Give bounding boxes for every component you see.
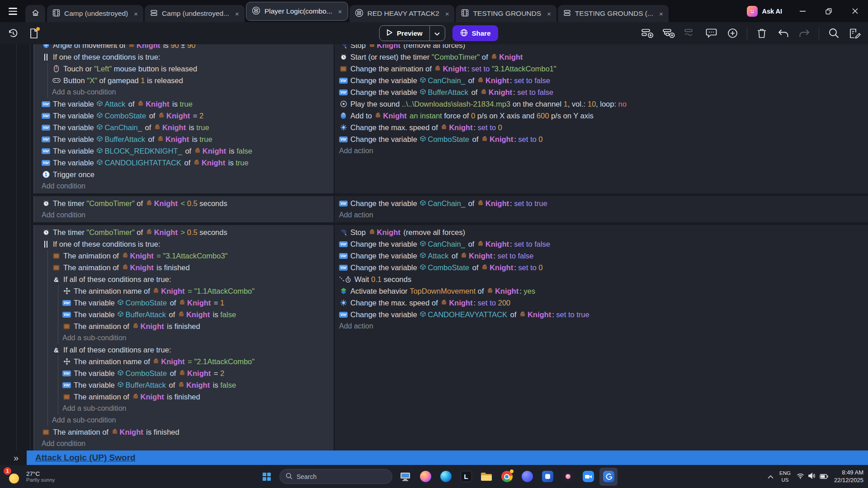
- add-subevent-icon[interactable]: [662, 27, 675, 40]
- event-row[interactable]: VarThe variable BLOCK_REDKNIGHT_ of Knig…: [42, 145, 334, 157]
- add-action-link[interactable]: Add action: [339, 209, 868, 221]
- tab-testing-grounds[interactable]: TESTING GROUNDS×: [456, 5, 556, 22]
- preview-button[interactable]: Preview: [380, 26, 429, 41]
- event-row[interactable]: VarThe variable ComboState of Knight = 1: [62, 297, 334, 309]
- gdevelop-icon[interactable]: [599, 468, 618, 486]
- tab-close-icon[interactable]: ×: [134, 10, 138, 18]
- edge-icon[interactable]: [437, 468, 455, 486]
- event-row[interactable]: VarChange the variable ComboState of Kni…: [339, 133, 868, 145]
- tab-close-icon[interactable]: ×: [235, 10, 239, 18]
- event-block[interactable]: The timer "ComboTimer" of Knight < 0.5 s…: [33, 196, 868, 222]
- fold-arrow-icon[interactable]: »: [14, 453, 19, 463]
- zoom-icon[interactable]: [579, 468, 597, 486]
- event-row[interactable]: Activate behavior TopDownMovement of Kni…: [339, 285, 868, 297]
- minimize-button[interactable]: [789, 0, 816, 22]
- event-row[interactable]: Change the animation of Knight: set to "…: [339, 63, 868, 75]
- event-row[interactable]: The timer "ComboTimer" of Knight < 0.5 s…: [42, 197, 334, 209]
- event-row[interactable]: Add to Knight an instant force of 0 p/s …: [339, 110, 868, 122]
- search-input[interactable]: Search: [279, 469, 392, 484]
- ask-ai-button[interactable]: Ask AI: [747, 0, 782, 22]
- event-row[interactable]: The animation of Knight is finished: [52, 262, 334, 273]
- tab-testing-grounds-[interactable]: TESTING GROUNDS (...×: [558, 5, 669, 22]
- tab-camp-undestroyed-[interactable]: Camp (undestroyed)×: [47, 5, 143, 22]
- weather-widget[interactable]: 1 27°C Partly sunny: [0, 468, 55, 485]
- add-a-sub-condition-link[interactable]: Add a sub-condition: [52, 414, 334, 426]
- tab-close-icon[interactable]: ×: [338, 8, 342, 15]
- event-row[interactable]: Angle of movement of Knight is 90 ± 90: [42, 44, 334, 51]
- comment-icon[interactable]: [704, 27, 718, 40]
- event-row[interactable]: VarThe variable Attack of Knight is true: [42, 98, 334, 110]
- tab-close-icon[interactable]: ×: [547, 10, 551, 18]
- event-row[interactable]: &If all of these conditions are true:: [52, 344, 334, 356]
- add-event-icon[interactable]: [641, 27, 654, 40]
- event-row[interactable]: VarChange the variable BufferAttack of K…: [339, 86, 868, 98]
- home-tab[interactable]: [25, 5, 45, 22]
- start-button[interactable]: [258, 468, 276, 486]
- restore-button[interactable]: [816, 0, 842, 22]
- add-circle-icon[interactable]: [726, 27, 739, 40]
- search-icon[interactable]: [827, 27, 840, 40]
- event-row[interactable]: If one of these conditions is true:: [42, 238, 334, 250]
- language-switcher[interactable]: ENGUS: [779, 470, 791, 483]
- event-row[interactable]: VarThe variable CANDOLIGHTATTACK of Knig…: [42, 157, 334, 169]
- tab-close-icon[interactable]: ×: [659, 10, 663, 18]
- event-row[interactable]: The animation of Knight = "3.1AttackComb…: [52, 250, 334, 262]
- tab-player-logic-combo-[interactable]: Player Logic(combo...×: [246, 2, 348, 21]
- event-row[interactable]: 1Trigger once: [42, 169, 334, 180]
- event-row[interactable]: VarChange the variable CanChain_ of Knig…: [339, 197, 868, 209]
- tab-close-icon[interactable]: ×: [445, 10, 449, 18]
- event-row[interactable]: The animation name of Knight = "2.1Attac…: [62, 356, 334, 367]
- clock[interactable]: 8:49 AM 22/12/2025: [834, 469, 863, 484]
- pc-icon[interactable]: [396, 468, 414, 486]
- event-row[interactable]: Change the max. speed of Knight: set to …: [339, 297, 868, 309]
- event-row[interactable]: The timer "ComboTimer" of Knight > 0.5 s…: [42, 226, 334, 238]
- event-row[interactable]: Change the max. speed of Knight: set to …: [339, 122, 868, 133]
- event-sheet[interactable]: Angle of movement of Knight is 90 ± 90If…: [0, 44, 868, 465]
- event-row[interactable]: &If all of these conditions are true:: [52, 273, 334, 285]
- event-row[interactable]: Touch or "Left" mouse button is released: [52, 63, 334, 75]
- event-row[interactable]: VarChange the variable CanChain_ of Knig…: [339, 238, 868, 250]
- event-row[interactable]: VarThe variable BufferAttack of Knight i…: [62, 309, 334, 320]
- event-row[interactable]: The animation of Knight is finished: [62, 391, 334, 403]
- event-row[interactable]: VarThe variable ComboState of Knight = 2: [62, 367, 334, 379]
- event-row[interactable]: The animation of Knight is finished: [42, 426, 334, 438]
- event-block[interactable]: The timer "ComboTimer" of Knight > 0.5 s…: [33, 225, 868, 451]
- event-row[interactable]: Wait 0.1 seconds: [339, 273, 868, 285]
- event-row[interactable]: VarChange the variable CanChain_ of Knig…: [339, 75, 868, 86]
- hamburger-menu-icon[interactable]: [5, 2, 21, 20]
- add-condition-link[interactable]: Add condition: [42, 180, 334, 192]
- avatar-app-icon[interactable]: [559, 468, 577, 486]
- event-group-bar[interactable]: Attack Logic (UP) Sword: [27, 450, 868, 465]
- event-row[interactable]: The animation name of Knight = "1.1Attac…: [62, 285, 334, 297]
- discord-icon[interactable]: [518, 468, 536, 486]
- add-other-event-icon[interactable]: [683, 27, 697, 40]
- event-row[interactable]: VarThe variable ComboState of Knight = 2: [42, 110, 334, 122]
- l-app-icon[interactable]: L: [457, 468, 475, 486]
- event-row[interactable]: VarChange the variable ComboState of Kni…: [339, 262, 868, 273]
- browser-sphere-icon[interactable]: [416, 468, 434, 486]
- chrome-icon[interactable]: [498, 468, 516, 486]
- event-row[interactable]: Stop Knight (remove all forces): [339, 44, 868, 51]
- add-a-sub-condition-link[interactable]: Add a sub-condition: [62, 332, 334, 344]
- add-action-link[interactable]: Add action: [339, 320, 868, 332]
- tab-camp-undestroyed-[interactable]: Camp (undestroyed...×: [145, 5, 245, 22]
- trash-icon[interactable]: [755, 27, 769, 40]
- edit-icon[interactable]: [848, 27, 862, 40]
- event-row[interactable]: Stop Knight (remove all forces): [339, 226, 868, 238]
- share-button[interactable]: Share: [453, 25, 499, 41]
- add-a-sub-condition-link[interactable]: Add a sub-condition: [52, 86, 334, 98]
- redo-icon[interactable]: [797, 27, 811, 40]
- event-row[interactable]: VarThe variable BufferAttack of Knight i…: [42, 133, 334, 145]
- event-row[interactable]: Start (or reset) the timer "ComboTimer" …: [339, 51, 868, 63]
- tray-icons[interactable]: [797, 473, 828, 481]
- event-row[interactable]: If one of these conditions is true:: [42, 51, 334, 63]
- undo-icon[interactable]: [776, 27, 790, 40]
- add-condition-link[interactable]: Add condition: [42, 209, 334, 221]
- folder-icon[interactable]: [477, 468, 495, 486]
- save-icon[interactable]: [27, 27, 41, 40]
- preview-options-button[interactable]: [429, 26, 445, 41]
- close-button[interactable]: [842, 0, 868, 22]
- event-block[interactable]: Angle of movement of Knight is 90 ± 90If…: [33, 44, 868, 193]
- chevron-up-icon[interactable]: [768, 473, 774, 481]
- event-row[interactable]: Play the sound ..\..\Downloads\slash-218…: [339, 98, 868, 110]
